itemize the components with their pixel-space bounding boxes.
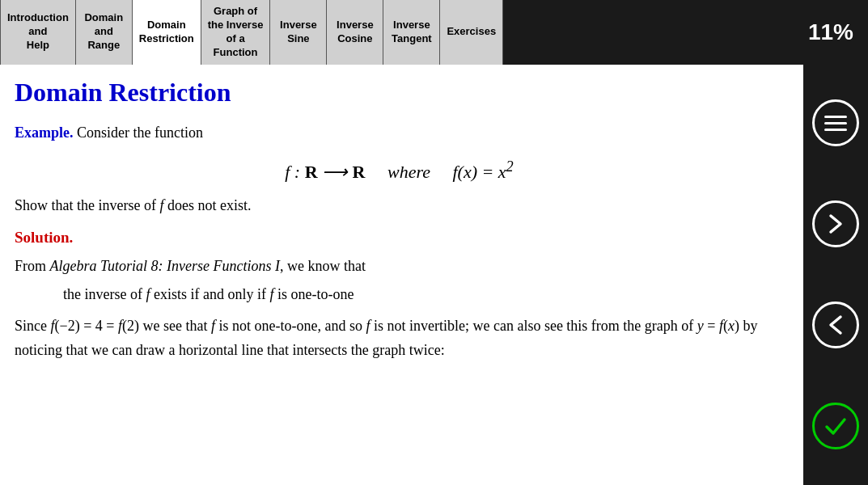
tab-inverse-tangent[interactable]: InverseTangent — [383, 0, 440, 65]
inverse-condition: the inverse of f exists if and only if f… — [63, 286, 784, 303]
content-area: Domain Restriction Example. Consider the… — [0, 65, 803, 485]
tab-inverse-sine[interactable]: InverseSine — [270, 0, 327, 65]
tab-introduction[interactable]: IntroductionandHelp — [0, 0, 76, 65]
from-line: From Algebra Tutorial 8: Inverse Functio… — [15, 258, 784, 275]
math-formula: f : R ⟶ R where f(x) = x2 — [15, 158, 784, 183]
tab-inverse-cosine[interactable]: InverseCosine — [327, 0, 383, 65]
next-button[interactable] — [812, 200, 859, 247]
main-area: Domain Restriction Example. Consider the… — [0, 65, 868, 485]
page-title: Domain Restriction — [15, 78, 784, 108]
back-button[interactable] — [812, 302, 859, 348]
progress-indicator: 11% — [794, 0, 868, 65]
example-line: Example. Consider the function — [15, 122, 784, 144]
menu-button[interactable] — [812, 99, 859, 146]
tab-domain-restriction[interactable]: DomainRestriction — [133, 0, 201, 65]
show-text: Show that the inverse of f does not exis… — [15, 197, 784, 214]
since-block: Since f(−2) = 4 = f(2) we see that f is … — [15, 314, 784, 362]
top-navigation: IntroductionandHelp DomainandRange Domai… — [0, 0, 868, 65]
example-text: Consider the function — [74, 124, 203, 141]
tab-graph-inverse[interactable]: Graph ofthe Inverseof aFunction — [201, 0, 271, 65]
solution-label: Solution. — [15, 229, 784, 247]
menu-icon — [824, 116, 847, 131]
tab-exercises[interactable]: Exercises — [440, 0, 503, 65]
example-label: Example. — [15, 124, 74, 141]
confirm-button[interactable] — [812, 403, 859, 449]
progress-text: 11% — [808, 19, 853, 45]
tab-domain-range[interactable]: DomainandRange — [76, 0, 133, 65]
left-arrow-icon — [823, 312, 849, 338]
check-icon — [823, 413, 849, 439]
right-sidebar — [803, 65, 868, 485]
right-arrow-icon — [823, 211, 849, 237]
